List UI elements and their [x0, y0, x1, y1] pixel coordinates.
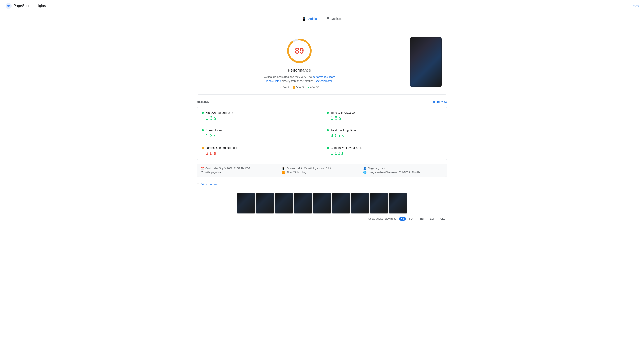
metric-tbt-value: 40 ms — [330, 133, 442, 139]
tab-mobile[interactable]: 📱 Mobile — [301, 15, 318, 23]
filter-lcp-button[interactable]: LCP — [428, 217, 437, 221]
screenshot-blur-overlay — [410, 37, 442, 87]
metric-cls-dot — [326, 147, 329, 149]
filter-tbt-button[interactable]: TBT — [418, 217, 426, 221]
metrics-title: METRICS — [197, 100, 209, 103]
metric-tti-name: Time to Interactive — [330, 111, 354, 114]
metric-fcp: First Contentful Paint 1.3 s — [197, 107, 322, 125]
treemap-link[interactable]: View Treemap — [201, 182, 220, 186]
metric-fcp-name: First Contentful Paint — [206, 111, 233, 114]
metrics-section: METRICS Expand view First Contentful Pai… — [197, 98, 447, 160]
info-capture-date: 📅 Captured at Sep 9, 2022, 11:52 AM CDT — [201, 167, 281, 170]
metric-fcp-dot — [202, 111, 204, 114]
metrics-grid: First Contentful Paint 1.3 s Time to Int… — [197, 107, 447, 160]
tab-mobile-label: Mobile — [308, 17, 317, 20]
page-load-type-text: Single page load — [368, 167, 386, 170]
emulation-text: Emulated Moto G4 with Lighthouse 9.6.6 — [286, 167, 332, 170]
legend-red: ▲ 0–49 — [280, 86, 289, 89]
screenshot-area — [396, 37, 442, 87]
metric-tbt: Total Blocking Time 40 ms — [322, 125, 447, 142]
legend-orange-icon — [292, 86, 295, 89]
wifi-icon: 📶 — [282, 171, 285, 174]
score-circle: 89 — [286, 37, 313, 64]
legend-green: ● 90–100 — [307, 86, 319, 89]
audit-filter-bar: Show audits relevant to: All FCP TBT LCP… — [197, 215, 447, 222]
treemap-icon: ⊞ — [197, 182, 200, 186]
tab-desktop-label: Desktop — [331, 17, 342, 20]
device-icon: 📱 — [282, 167, 285, 170]
device-tabs: 📱 Mobile 🖥 Desktop — [0, 12, 644, 26]
metric-lcp-header: Largest Contentful Paint — [202, 146, 317, 149]
pagespeed-logo — [6, 3, 12, 9]
filter-cls-button[interactable]: CLS — [438, 217, 447, 221]
info-page-load-type: 👤 Single page load — [363, 167, 443, 170]
filmstrip — [197, 191, 447, 215]
globe-icon: 🌐 — [363, 171, 366, 174]
score-label: Performance — [288, 68, 311, 73]
app-title: PageSpeed Insights — [14, 4, 46, 8]
metric-tbt-header: Total Blocking Time — [326, 128, 442, 132]
metric-fcp-value: 1.3 s — [206, 115, 317, 121]
throttling-text: Slow 4G throttling — [286, 171, 306, 174]
audit-filter-label: Show audits relevant to: — [368, 217, 397, 220]
metrics-header: METRICS Expand view — [197, 98, 447, 105]
filmstrip-frame-6 — [332, 193, 350, 213]
score-left-panel: 89 Performance Values are estimated and … — [202, 37, 396, 89]
initial-load-text: Initial page load — [205, 171, 222, 174]
metric-tti-dot — [326, 111, 329, 114]
score-value: 89 — [295, 46, 304, 55]
metric-tti-header: Time to Interactive — [326, 111, 442, 114]
timer-icon: ⏱ — [201, 171, 203, 174]
legend-green-icon: ● — [307, 86, 309, 89]
filmstrip-frame-3 — [275, 193, 293, 213]
score-card: 89 Performance Values are estimated and … — [197, 32, 447, 95]
metric-si-name: Speed Index — [206, 128, 222, 132]
info-throttling: 📶 Slow 4G throttling — [282, 171, 362, 174]
filmstrip-frame-1 — [237, 193, 255, 213]
desktop-icon: 🖥 — [326, 17, 330, 21]
app-header: PageSpeed Insights Docs — [0, 0, 644, 12]
metric-si-header: Speed Index — [202, 128, 317, 132]
metric-fcp-header: First Contentful Paint — [202, 111, 317, 114]
person-icon: 👤 — [363, 167, 366, 170]
treemap-bar: ⊞ View Treemap — [197, 180, 447, 188]
info-initial-load: ⏱ Initial page load — [201, 171, 281, 174]
logo-area: PageSpeed Insights — [6, 3, 46, 9]
filmstrip-frame-9 — [389, 193, 407, 213]
score-legend: ▲ 0–49 50–89 ● 90–100 — [280, 86, 319, 89]
filmstrip-frame-4 — [294, 193, 312, 213]
docs-link[interactable]: Docs — [631, 4, 638, 8]
metric-tbt-dot — [326, 129, 329, 131]
filmstrip-frame-8 — [370, 193, 388, 213]
info-emulation: 📱 Emulated Moto G4 with Lighthouse 9.6.6 — [282, 167, 362, 170]
legend-green-range: 90–100 — [310, 86, 319, 89]
tab-desktop[interactable]: 🖥 Desktop — [325, 15, 343, 23]
legend-red-icon: ▲ — [280, 86, 282, 89]
calculator-link[interactable]: See calculator. — [315, 79, 333, 83]
filmstrip-frame-2 — [256, 193, 274, 213]
metric-tti-value: 1.5 s — [330, 115, 442, 121]
legend-orange-range: 50–89 — [296, 86, 304, 89]
filmstrip-frame-7 — [351, 193, 369, 213]
metric-si-dot — [202, 129, 204, 131]
metric-tti: Time to Interactive 1.5 s — [322, 107, 447, 125]
filmstrip-frame-5 — [313, 193, 331, 213]
expand-view-button[interactable]: Expand view — [430, 100, 447, 103]
metric-tbt-name: Total Blocking Time — [330, 128, 356, 132]
metric-cls-header: Cumulative Layout Shift — [326, 146, 442, 149]
mobile-icon: 📱 — [302, 16, 306, 21]
legend-orange: 50–89 — [292, 86, 304, 89]
metric-lcp-value: 3.8 s — [206, 150, 317, 156]
filter-all-button[interactable]: All — [399, 217, 406, 221]
legend-red-range: 0–49 — [283, 86, 289, 89]
metric-si: Speed Index 1.3 s — [197, 125, 322, 142]
main-content: 89 Performance Values are estimated and … — [193, 26, 451, 228]
metric-lcp-name: Largest Contentful Paint — [206, 146, 237, 149]
info-browser: 🌐 Using HeadlessChromium.102.0.5005.115 … — [363, 171, 443, 174]
calendar-icon: 📅 — [201, 167, 204, 170]
filter-fcp-button[interactable]: FCP — [408, 217, 416, 221]
metric-lcp-dot — [202, 147, 204, 149]
metric-cls-value: 0.008 — [330, 150, 442, 156]
screenshot-preview — [410, 37, 442, 87]
metric-si-value: 1.3 s — [206, 133, 317, 139]
